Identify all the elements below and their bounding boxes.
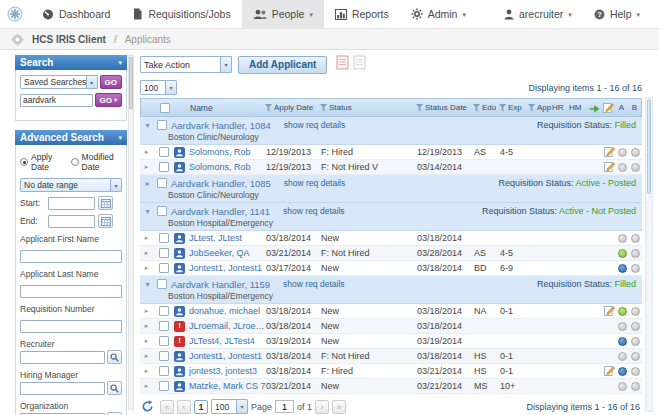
row-checkbox[interactable]: [159, 233, 169, 243]
row-expander-icon[interactable]: ▸: [140, 163, 153, 171]
end-date-input[interactable]: [48, 215, 95, 228]
column-header-note-icon[interactable]: [601, 102, 615, 113]
requisition-group-header[interactable]: ▸ Aardvark Handler, 1085 show req detail…: [140, 175, 642, 203]
row-expander-icon[interactable]: ▸: [140, 264, 153, 272]
next-page-button[interactable]: ›: [315, 400, 329, 414]
applicant-name-link[interactable]: Solomons, Rob: [189, 162, 251, 172]
requisition-link[interactable]: Aardvark Handler, 1085: [171, 178, 271, 189]
requisition-group-header[interactable]: ▾ Aardvark Handler, 1084 show req detail…: [140, 117, 642, 145]
show-req-details-link[interactable]: show req details: [283, 206, 344, 216]
breadcrumb-gear-icon[interactable]: [11, 33, 24, 46]
requisition-link[interactable]: Aardvark Handler, 1141: [171, 206, 270, 217]
group-checkbox[interactable]: [157, 120, 167, 130]
row-checkbox[interactable]: [159, 351, 169, 361]
group-expander-icon[interactable]: ▾: [142, 121, 153, 130]
start-calendar-button[interactable]: [98, 196, 113, 210]
row-checkbox[interactable]: [159, 336, 169, 346]
applicant-row[interactable]: ▸ ! Jontest1, Jontest1 03/18/2014 F: Not…: [140, 349, 642, 364]
nav-item-user-menu[interactable]: arecruiter ▾: [493, 0, 583, 28]
radio-apply-date[interactable]: Apply Date: [20, 152, 63, 172]
show-req-details-link[interactable]: show req details: [283, 279, 344, 289]
page-1-button[interactable]: 1: [194, 400, 208, 414]
row-checkbox[interactable]: [159, 147, 169, 157]
column-header-status[interactable]: Status: [320, 104, 416, 112]
applicant-row[interactable]: ▸ ! Matzke, Mark CS 7 03/21/2014 New 03/…: [140, 379, 642, 394]
group-checkbox[interactable]: [157, 279, 167, 289]
row-expander-icon[interactable]: ▸: [140, 352, 153, 360]
row-expander-icon[interactable]: ▸: [140, 337, 153, 345]
column-header-exp[interactable]: Exp: [499, 104, 528, 112]
applicant-row[interactable]: ▸ ! JobSeeker, QA 03/21/2014 F: Not Hire…: [140, 246, 642, 261]
start-date-input[interactable]: [48, 197, 95, 210]
row-expander-icon[interactable]: ▸: [140, 322, 153, 330]
applicant-name-link[interactable]: JobSeeker, QA: [189, 248, 250, 258]
column-header-apply-date[interactable]: Apply Date: [265, 104, 320, 112]
applicant-name-link[interactable]: JLtest, JLtest: [189, 233, 242, 243]
applicant-name-link[interactable]: donahue, michael: [189, 306, 260, 316]
show-req-details-link[interactable]: show req details: [284, 178, 345, 188]
collapse-caret-icon[interactable]: ▾: [118, 134, 122, 142]
applicant-name-link[interactable]: JLTest4, JLTest4: [189, 336, 255, 346]
column-header-hm[interactable]: HM: [569, 104, 587, 112]
applicant-row[interactable]: ▸ ! Solomons, Rob 12/19/2013 F: Hired 12…: [140, 145, 642, 160]
list-scrollbar[interactable]: [645, 97, 653, 412]
page-number-input[interactable]: [275, 400, 294, 413]
pagination-page-size-select[interactable]: 100 ▾: [211, 399, 248, 414]
saved-searches-select[interactable]: Saved Searches ▾: [20, 75, 98, 89]
column-header-status-date[interactable]: Status Date: [416, 104, 473, 112]
requisition-link[interactable]: Aardvark Handler, 1159: [171, 279, 270, 290]
row-checkbox[interactable]: [159, 321, 169, 331]
add-applicant-button[interactable]: Add Applicant: [238, 56, 327, 74]
saved-search-go-button[interactable]: GO: [100, 75, 122, 89]
applicant-row[interactable]: ▸ ! JLtest, JLtest 03/18/2014 New 03/18/…: [140, 231, 642, 246]
row-checkbox[interactable]: [159, 381, 169, 391]
export-pdf-icon[interactable]: [336, 55, 349, 74]
keyword-go-button[interactable]: GO▾: [95, 93, 122, 107]
row-checkbox[interactable]: [159, 366, 169, 376]
hiring-manager-input[interactable]: [20, 382, 105, 395]
end-calendar-button[interactable]: [98, 214, 113, 228]
row-expander-icon[interactable]: ▸: [140, 148, 153, 156]
show-req-details-link[interactable]: show req details: [284, 120, 345, 130]
first-page-button[interactable]: «: [160, 400, 174, 414]
nav-item-help[interactable]: ? Help ▾: [583, 0, 651, 28]
date-range-select[interactable]: No date range ▾: [20, 178, 122, 192]
radio-button-icon[interactable]: [20, 158, 28, 166]
applicant-name-link[interactable]: Jontest1, Jontest1: [189, 263, 262, 273]
take-action-select[interactable]: Take Action ▾: [140, 56, 232, 73]
applicant-name-link[interactable]: jontest3, jontest3: [189, 366, 257, 376]
row-expander-icon[interactable]: ▸: [140, 234, 153, 242]
recruiter-input[interactable]: [20, 351, 105, 364]
nav-item-dashboard[interactable]: Dashboard: [31, 0, 121, 28]
requisition-group-header[interactable]: ▾ Aardvark Handler, 1159 show req detail…: [140, 276, 642, 304]
applicant-name-link[interactable]: Jontest1, Jontest1: [189, 351, 262, 361]
column-header-hr[interactable]: HR: [552, 104, 569, 112]
requisition-link[interactable]: Aardvark Handler, 1084: [171, 120, 271, 131]
sidebar-scrollbar-thumb[interactable]: [129, 57, 133, 109]
applicant-last-name-input[interactable]: [20, 285, 122, 298]
recruiter-lookup-button[interactable]: [107, 350, 122, 364]
breadcrumb-client[interactable]: HCS IRIS Client: [32, 34, 106, 45]
applicant-name-link[interactable]: JLroemail, JLroemail: [189, 321, 266, 331]
column-header-b[interactable]: B: [628, 104, 641, 112]
radio-button-icon[interactable]: [71, 158, 79, 166]
list-scrollbar-thumb[interactable]: [647, 99, 651, 194]
advanced-search-panel-header[interactable]: Advanced Search ▾: [15, 130, 127, 145]
group-expander-icon[interactable]: ▾: [142, 207, 153, 216]
applicant-row[interactable]: ▸ ! Jontest1, Jontest1 03/17/2014 New 03…: [140, 261, 642, 276]
row-checkbox[interactable]: [159, 248, 169, 258]
applicant-row[interactable]: ▸ ! JLroemail, JLroemail 03/18/2014 New …: [140, 319, 642, 334]
column-header-app[interactable]: App: [528, 104, 552, 112]
radio-modified-date[interactable]: Modified Date: [71, 152, 122, 172]
last-page-button[interactable]: »: [332, 400, 346, 414]
page-size-select[interactable]: 100 ▾: [140, 80, 177, 95]
row-expander-icon[interactable]: ▸: [140, 307, 153, 315]
nav-item-people[interactable]: People ▾: [242, 0, 324, 28]
sidebar-scrollbar[interactable]: [128, 55, 134, 410]
row-checkbox[interactable]: [159, 162, 169, 172]
requisition-group-header[interactable]: ▾ Aardvark Handler, 1141 show req detail…: [140, 203, 642, 231]
group-checkbox[interactable]: [157, 206, 167, 216]
column-header-edu[interactable]: Edu: [473, 104, 499, 112]
applicant-name-link[interactable]: Solomons, Rob: [189, 147, 251, 157]
applicant-row[interactable]: ▸ ! jontest3, jontest3 03/18/2014 F: Hir…: [140, 364, 642, 379]
